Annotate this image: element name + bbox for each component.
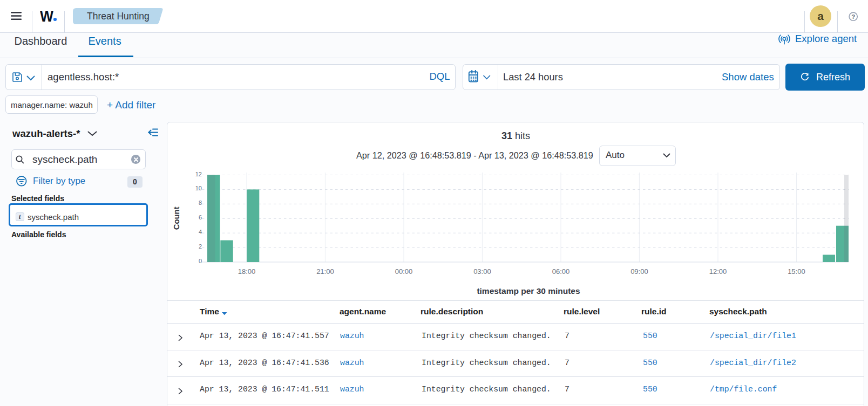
svg-text:06:00: 06:00 xyxy=(552,267,570,276)
svg-text:Count: Count xyxy=(172,207,181,230)
svg-text:21:00: 21:00 xyxy=(316,267,334,276)
svg-text:Threat Hunting: Threat Hunting xyxy=(87,11,150,22)
svg-text:09:00: 09:00 xyxy=(630,267,648,276)
svg-text:timestamp per 30 minutes: timestamp per 30 minutes xyxy=(477,286,580,295)
svg-text:?: ? xyxy=(851,13,855,20)
svg-text:8: 8 xyxy=(199,199,202,206)
svg-text:6: 6 xyxy=(199,214,202,221)
svg-text:18:00: 18:00 xyxy=(238,267,256,276)
svg-text:00:00: 00:00 xyxy=(395,267,413,276)
svg-text:15:00: 15:00 xyxy=(788,267,805,276)
svg-text:2: 2 xyxy=(199,243,202,250)
svg-text:12:00: 12:00 xyxy=(709,267,727,276)
svg-text:10: 10 xyxy=(195,185,202,191)
svg-text:0: 0 xyxy=(199,258,202,264)
svg-text:03:00: 03:00 xyxy=(473,267,491,276)
svg-text:12: 12 xyxy=(195,171,202,177)
svg-text:4: 4 xyxy=(199,229,202,235)
